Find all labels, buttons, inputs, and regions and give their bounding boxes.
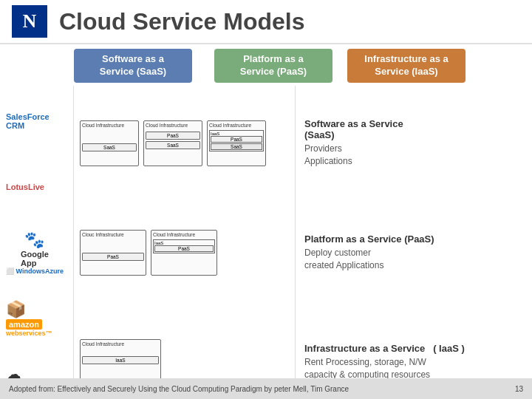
diag-saas-1: Cloud Infrastructure SaaS <box>80 120 139 166</box>
logo-letter: N <box>23 10 37 33</box>
amazon-icon: 📦 <box>6 300 26 319</box>
diag-paas-1: Clouc Infrastructure PaaS <box>80 230 146 276</box>
desc-saas: Software as a Service(SaaS) ProvidersApp… <box>304 114 523 173</box>
desc-paas: Platform as a Service (PaaS) Deploy cust… <box>304 223 523 282</box>
column-headers: Software as aService (SaaS) Platform as … <box>0 44 532 86</box>
sidebar-item-lotuslive: LotusLive <box>6 157 67 216</box>
google-icon: 🐾 <box>24 231 44 250</box>
page-title: Cloud Service Models <box>59 8 305 35</box>
sidebar-item-google: 🐾 GoogleApp ⬜ WindowsAzure <box>6 223 67 282</box>
diagrams-area: Cloud Infrastructure SaaS Cloud Infrastr… <box>74 86 296 399</box>
page-number: 13 <box>515 385 523 393</box>
footer-citation: Adopted from: Effectively and Securely U… <box>9 385 349 393</box>
diagram-row-paas: Clouc Infrastructure PaaS Cloud Infrastr… <box>80 223 289 282</box>
descriptions-area: Software as a Service(SaaS) ProvidersApp… <box>296 86 532 399</box>
diag-saas-2: Cloud Infrastructure PaaS SaaS <box>143 120 202 166</box>
sidebar-item-salesforce: SalesForce CRM <box>6 92 67 151</box>
col-header-saas: Software as aService (SaaS) <box>74 49 192 83</box>
diagram-row-saas: Cloud Infrastructure SaaS Cloud Infrastr… <box>80 114 289 173</box>
sidebar-item-amazon: 📦 amazon webservices™ <box>6 289 67 348</box>
sidebar: SalesForce CRM LotusLive 🐾 GoogleApp ⬜ W… <box>0 86 74 399</box>
diag-saas-3: Cloud Infrastructure IaaS PaaS SaaS <box>207 120 266 166</box>
header: N Cloud Service Models <box>0 0 532 44</box>
col-header-iaas: Infrastructure as aService (IaaS) <box>347 49 466 83</box>
col-header-paas: Platform as aService (PaaS) <box>214 49 332 83</box>
university-logo: N <box>12 5 47 38</box>
main-content: SalesForce CRM LotusLive 🐾 GoogleApp ⬜ W… <box>0 86 532 399</box>
diag-paas-2: Cloud Infrastructure IaaS PaaS <box>151 230 217 276</box>
footer: Adopted from: Effectively and Securely U… <box>0 378 532 399</box>
